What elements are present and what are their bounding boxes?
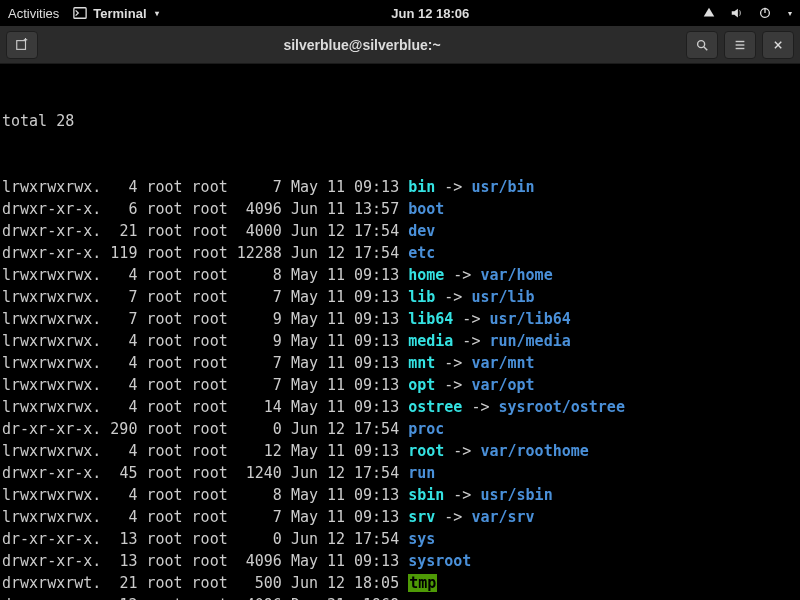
link-count: 6 [101,198,137,220]
group: root [192,330,228,352]
ls-row: lrwxrwxrwx.4 root root7 May 11 09:13 bin… [2,176,798,198]
size: 0 [228,528,282,550]
symlink-target: var/srv [471,508,534,526]
perms: lrwxrwxrwx. [2,330,101,352]
owner: root [146,286,182,308]
close-button[interactable]: × [762,31,794,59]
perms: lrwxrwxrwx. [2,264,101,286]
size: 8 [228,264,282,286]
total-line: total 28 [2,110,798,132]
search-button[interactable] [686,31,718,59]
month: May [291,374,318,396]
ls-row: lrwxrwxrwx.4 root root8 May 11 09:13 sbi… [2,484,798,506]
size: 0 [228,418,282,440]
link-count: 45 [101,462,137,484]
size: 12 [228,440,282,462]
ls-row: dr-xr-xr-x.13 root root0 Jun 12 17:54 sy… [2,528,798,550]
time: 09:13 [354,484,399,506]
svg-line-7 [704,46,708,50]
link-count: 4 [101,176,137,198]
symlink-target: var/mnt [471,354,534,372]
app-menu[interactable]: Terminal ▾ [73,6,158,21]
time: 09:13 [354,374,399,396]
time: 17:54 [354,528,399,550]
owner: root [146,440,182,462]
size: 8 [228,484,282,506]
group: root [192,594,228,600]
month: Jun [291,572,318,594]
time: 09:13 [354,396,399,418]
link-count: 13 [101,528,137,550]
new-tab-button[interactable] [6,31,38,59]
time: 09:13 [354,506,399,528]
owner: root [146,550,182,572]
file-name: root [408,442,444,460]
symlink-target: run/media [489,332,570,350]
size: 4096 [228,594,282,600]
day: 12 [327,572,345,594]
perms: lrwxrwxrwx. [2,484,101,506]
system-status-area[interactable]: ▾ [702,6,792,20]
file-name: run [408,464,435,482]
perms: lrwxrwxrwx. [2,308,101,330]
group: root [192,198,228,220]
size: 7 [228,176,282,198]
month: Jun [291,220,318,242]
ls-row: drwxr-xr-x.6 root root4096 Jun 11 13:57 … [2,198,798,220]
size: 7 [228,374,282,396]
terminal-viewport[interactable]: total 28 lrwxrwxrwx.4 root root7 May 11 … [0,64,800,600]
link-count: 4 [101,330,137,352]
group: root [192,506,228,528]
hamburger-menu-button[interactable] [724,31,756,59]
perms: lrwxrwxrwx. [2,176,101,198]
size: 500 [228,572,282,594]
new-tab-icon [15,38,29,52]
day: 11 [327,264,345,286]
time: 09:13 [354,330,399,352]
day: 12 [327,418,345,440]
file-name: sys [408,530,435,548]
activities-button[interactable]: Activities [8,6,59,21]
symlink-target: var/opt [471,376,534,394]
ls-row: drwxr-xr-x.13 root root4096 May 11 09:13… [2,550,798,572]
day: 11 [327,286,345,308]
clock[interactable]: Jun 12 18:06 [159,6,702,21]
gnome-topbar: Activities Terminal ▾ Jun 12 18:06 ▾ [0,0,800,26]
file-name: sysroot [408,552,471,570]
link-count: 4 [101,440,137,462]
file-name: mnt [408,354,435,372]
file-name: ostree [408,398,462,416]
month: May [291,440,318,462]
group: root [192,308,228,330]
file-name: dev [408,222,435,240]
symlink-arrow: -> [435,178,471,196]
owner: root [146,374,182,396]
time: 18:05 [354,572,399,594]
month: Jun [291,418,318,440]
day: 11 [327,176,345,198]
day: 12 [327,462,345,484]
month: May [291,352,318,374]
file-name: etc [408,244,435,262]
owner: root [146,198,182,220]
time: 09:13 [354,550,399,572]
symlink-arrow: -> [435,376,471,394]
day: 11 [327,550,345,572]
month: Jun [291,198,318,220]
month: May [291,396,318,418]
close-icon: × [773,37,783,53]
perms: drwxr-xr-x. [2,550,101,572]
owner: root [146,528,182,550]
perms: lrwxrwxrwx. [2,286,101,308]
ls-row: lrwxrwxrwx.4 root root12 May 11 09:13 ro… [2,440,798,462]
day: 11 [327,484,345,506]
symlink-target: usr/sbin [480,486,552,504]
month: May [291,330,318,352]
perms: drwxr-xr-x. [2,198,101,220]
file-name: sbin [408,486,444,504]
perms: lrwxrwxrwx. [2,374,101,396]
group: root [192,286,228,308]
size: 4096 [228,198,282,220]
window-headerbar: silverblue@silverblue:~ × [0,26,800,64]
month: Jun [291,242,318,264]
